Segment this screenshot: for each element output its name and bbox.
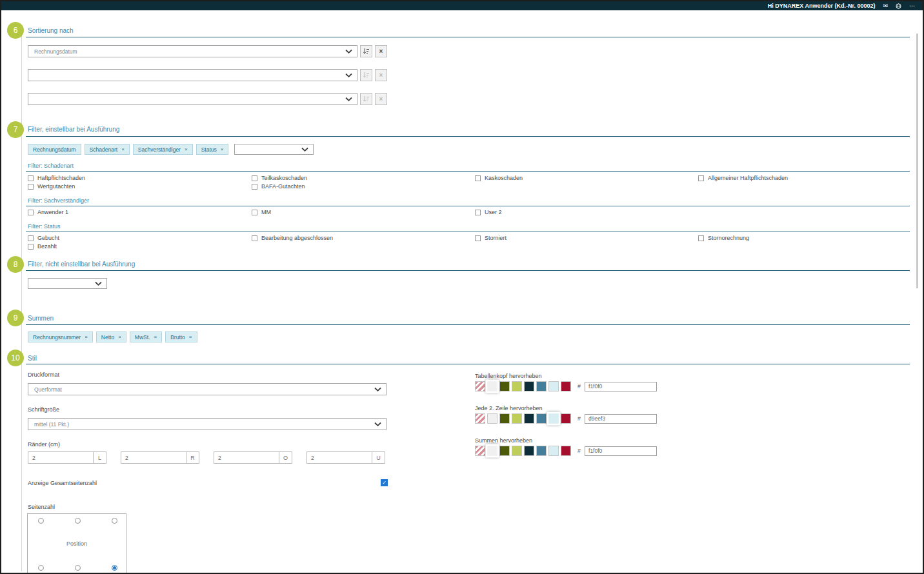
color-swatch[interactable] <box>536 413 547 424</box>
color-swatch[interactable] <box>486 444 499 458</box>
sort-direction-button[interactable] <box>360 69 372 81</box>
color-swatch[interactable] <box>536 381 547 391</box>
position-radio-top-left[interactable] <box>38 518 44 524</box>
color-swatch-none[interactable] <box>475 381 485 391</box>
position-radio-bottom-center[interactable] <box>75 565 81 571</box>
filter-option[interactable]: Anwender 1 <box>28 209 252 215</box>
color-swatch[interactable] <box>524 381 534 391</box>
remove-tag-icon[interactable]: × <box>118 334 121 340</box>
color-swatch[interactable] <box>561 381 571 391</box>
color-swatch[interactable] <box>499 413 510 424</box>
checkbox-unchecked-icon[interactable] <box>252 210 257 215</box>
color-swatch-none[interactable] <box>475 413 485 424</box>
color-swatch[interactable] <box>547 412 561 426</box>
color-swatch[interactable] <box>487 413 497 424</box>
margin-bottom-input[interactable] <box>307 452 372 463</box>
filter-option[interactable]: Gebucht <box>28 235 252 241</box>
checkbox-unchecked-icon[interactable] <box>28 175 34 181</box>
filter-option[interactable]: Bearbeitung abgeschlossen <box>252 235 475 241</box>
margin-left-input[interactable] <box>28 452 94 463</box>
sort-field-select[interactable] <box>28 69 357 81</box>
margin-right-input[interactable] <box>121 452 186 463</box>
ellipsis-icon[interactable]: ⋯ <box>909 3 915 9</box>
sort-direction-button[interactable] <box>360 45 372 57</box>
alt-row-highlight-label: Jede 2. Zeile hervorheben <box>475 405 543 411</box>
position-radio-bottom-left[interactable] <box>38 565 44 571</box>
filter-option[interactable]: Haftpflichtschaden <box>28 175 252 181</box>
color-swatch[interactable] <box>524 413 534 424</box>
position-radio-bottom-right[interactable] <box>112 565 117 571</box>
checkbox-unchecked-icon[interactable] <box>475 235 481 241</box>
checkbox-unchecked-icon[interactable] <box>28 235 34 241</box>
sum-tag[interactable]: MwSt. × <box>130 332 162 342</box>
sum-tag[interactable]: Netto × <box>96 332 126 342</box>
checkbox-unchecked-icon[interactable] <box>28 184 34 190</box>
sort-field-select[interactable]: Rechnungsdatum <box>28 45 357 57</box>
filter-option[interactable]: BAFA-Gutachten <box>252 183 475 190</box>
color-swatch[interactable] <box>524 446 534 456</box>
filter-tag-label: Rechnungsdatum <box>33 146 76 153</box>
clear-sort-button[interactable]: × <box>375 93 387 105</box>
sort-direction-button[interactable] <box>360 93 372 105</box>
color-swatch[interactable] <box>561 413 571 424</box>
filter-option[interactable]: Kaskoschaden <box>475 175 698 181</box>
font-size-select[interactable]: mittel (11 Pkt.) <box>28 418 387 430</box>
color-swatch-none[interactable] <box>475 446 485 456</box>
color-swatch[interactable] <box>512 381 522 391</box>
checkbox-unchecked-icon[interactable] <box>252 235 257 241</box>
filter-option[interactable]: Teilkaskoschaden <box>252 175 475 181</box>
filter-tag[interactable]: Status × <box>196 144 229 155</box>
filter-option[interactable]: User 2 <box>475 209 698 215</box>
filter-tag[interactable]: Sachverständiger × <box>133 144 193 155</box>
sums-hex-input[interactable] <box>585 446 657 456</box>
alt-row-hex-input[interactable] <box>585 414 657 424</box>
remove-tag-icon[interactable]: × <box>121 146 125 152</box>
show-total-pages-checkbox[interactable]: ✓ <box>381 479 388 486</box>
checkbox-unchecked-icon[interactable] <box>475 175 481 181</box>
globe-icon[interactable] <box>896 3 901 9</box>
mail-icon[interactable]: ✉ <box>883 3 888 9</box>
filter-option[interactable]: Stornorechnung <box>698 235 749 241</box>
position-radio-top-right[interactable] <box>112 518 117 524</box>
color-swatch[interactable] <box>512 446 522 456</box>
table-head-hex-input[interactable] <box>585 382 657 391</box>
clear-sort-button[interactable]: × <box>375 69 387 81</box>
color-swatch[interactable] <box>536 446 547 456</box>
sum-tag[interactable]: Rechnungsnummer × <box>28 332 93 342</box>
remove-tag-icon[interactable]: × <box>189 334 192 340</box>
color-swatch[interactable] <box>486 380 499 393</box>
filter-option[interactable]: MM <box>252 209 475 215</box>
print-format-select[interactable]: Querformat <box>28 383 387 395</box>
add-filter-select[interactable] <box>234 144 314 155</box>
checkbox-unchecked-icon[interactable] <box>475 210 481 215</box>
checkbox-unchecked-icon[interactable] <box>28 244 34 250</box>
checkbox-unchecked-icon[interactable] <box>28 210 34 215</box>
filter-option[interactable]: Storniert <box>475 235 698 241</box>
sort-field-select[interactable] <box>28 93 357 105</box>
checkbox-unchecked-icon[interactable] <box>698 175 704 181</box>
color-swatch[interactable] <box>499 381 510 391</box>
color-swatch[interactable] <box>548 446 559 456</box>
checkbox-unchecked-icon[interactable] <box>698 235 704 241</box>
scrollbar[interactable] <box>916 34 918 288</box>
filter-option[interactable]: Allgemeiner Haftpflichtschaden <box>698 175 788 181</box>
clear-sort-button[interactable]: × <box>375 45 387 57</box>
color-swatch[interactable] <box>499 446 510 456</box>
filter-option[interactable]: Wertgutachten <box>28 183 252 190</box>
color-swatch[interactable] <box>561 446 571 456</box>
position-radio-top-center[interactable] <box>75 518 81 524</box>
color-swatch[interactable] <box>548 381 559 391</box>
checkbox-unchecked-icon[interactable] <box>252 184 257 190</box>
remove-tag-icon[interactable]: × <box>185 146 188 152</box>
filter-tag[interactable]: Schadenart × <box>85 144 130 155</box>
remove-tag-icon[interactable]: × <box>154 334 157 340</box>
color-swatch[interactable] <box>512 413 522 424</box>
sum-tag[interactable]: Brutto × <box>165 332 197 342</box>
margin-top-input[interactable] <box>214 452 279 463</box>
fixed-filter-select[interactable] <box>28 278 107 289</box>
filter-tag[interactable]: Rechnungsdatum <box>28 144 81 155</box>
filter-option[interactable]: Bezahlt <box>28 243 252 250</box>
checkbox-unchecked-icon[interactable] <box>252 175 257 181</box>
remove-tag-icon[interactable]: × <box>221 146 224 152</box>
remove-tag-icon[interactable]: × <box>85 334 88 340</box>
